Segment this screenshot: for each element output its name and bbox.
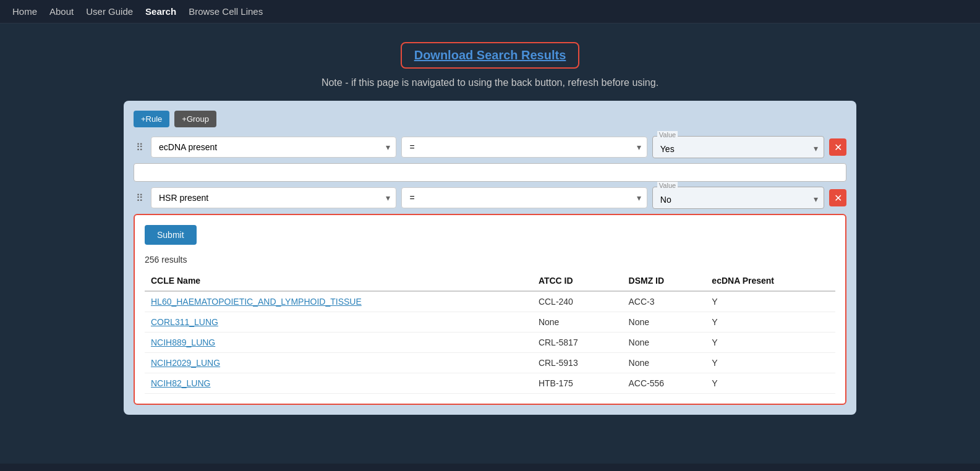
cell-dsmz-id: None	[623, 333, 706, 353]
col-header-atcc-id: ATCC ID	[532, 271, 623, 291]
rule-row-1: ⠿ ecDNA present HSR present = != > < Val…	[134, 136, 846, 158]
value-label-1: Value	[657, 131, 678, 138]
field-select-1[interactable]: ecDNA present HSR present	[151, 137, 396, 158]
ccle-name-link[interactable]: NCIH82_LUNG	[151, 378, 210, 388]
add-rule-button[interactable]: +Rule	[134, 111, 169, 127]
table-row: NCIH889_LUNGCRL-5817NoneY	[145, 333, 835, 353]
ccle-name-link[interactable]: NCIH2029_LUNG	[151, 358, 220, 368]
add-group-button[interactable]: +Group	[174, 111, 216, 127]
cell-atcc-id: CRL-5913	[532, 353, 623, 373]
operator-select-wrapper-2: = != > <	[401, 187, 647, 208]
cell-ccle-name: CORL311_LUNG	[145, 312, 532, 333]
cell-ccle-name: NCIH889_LUNG	[145, 333, 532, 353]
table-row: CORL311_LUNGNoneNoneY	[145, 312, 835, 333]
submit-button[interactable]: Submit	[145, 225, 197, 245]
ccle-name-link[interactable]: CORL311_LUNG	[151, 317, 218, 327]
expand-icon[interactable]: ∨	[832, 168, 838, 177]
table-header-row: CCLE Name ATCC ID DSMZ ID ecDNA Present	[145, 271, 835, 291]
cell-ecdna-present: Y	[705, 353, 835, 373]
drag-handle-icon-1[interactable]: ⠿	[134, 142, 146, 153]
or-connector-row: OR ∨	[134, 163, 846, 182]
nav-user-guide[interactable]: User Guide	[86, 6, 133, 17]
value-select-wrapper-1: Value Yes No	[652, 136, 824, 158]
cell-ecdna-present: Y	[705, 373, 835, 394]
download-search-results-link[interactable]: Download Search Results	[414, 48, 566, 62]
cell-dsmz-id: None	[623, 353, 706, 373]
value-select-1[interactable]: Yes No	[652, 136, 824, 158]
cell-atcc-id: CRL-5817	[532, 333, 623, 353]
cell-dsmz-id: None	[623, 312, 706, 333]
cell-ecdna-present: Y	[705, 333, 835, 353]
nav-about[interactable]: About	[49, 6, 74, 17]
field-select-2[interactable]: HSR present ecDNA present	[151, 187, 396, 208]
cell-atcc-id: CCL-240	[532, 291, 623, 312]
note-text: Note - if this page is navigated to usin…	[25, 77, 955, 88]
cell-ecdna-present: Y	[705, 291, 835, 312]
delete-rule-2-button[interactable]: ✕	[829, 189, 846, 206]
field-select-wrapper-2: HSR present ecDNA present	[151, 187, 396, 208]
ccle-name-link[interactable]: NCIH889_LUNG	[151, 337, 215, 347]
cell-ccle-name: NCIH2029_LUNG	[145, 353, 532, 373]
ccle-name-link[interactable]: HL60_HAEMATOPOIETIC_AND_LYMPHOID_TISSUE	[151, 297, 362, 307]
value-select-wrapper-2: Value No Yes	[652, 187, 824, 209]
query-builder-header: +Rule +Group	[134, 111, 846, 127]
col-header-ecdna-present: ecDNA Present	[705, 271, 835, 291]
navbar: Home About User Guide Search Browse Cell…	[0, 0, 980, 23]
rule-row-2: ⠿ HSR present ecDNA present = != > < Val…	[134, 187, 846, 209]
cell-atcc-id: None	[532, 312, 623, 333]
download-area: Download Search Results	[25, 42, 955, 69]
table-row: NCIH2029_LUNGCRL-5913NoneY	[145, 353, 835, 373]
nav-home[interactable]: Home	[12, 6, 37, 17]
cell-ecdna-present: Y	[705, 312, 835, 333]
delete-rule-1-button[interactable]: ✕	[829, 138, 846, 156]
field-select-wrapper-1: ecDNA present HSR present	[151, 137, 396, 158]
drag-handle-icon-2[interactable]: ⠿	[134, 192, 146, 204]
table-row: HL60_HAEMATOPOIETIC_AND_LYMPHOID_TISSUEC…	[145, 291, 835, 312]
operator-select-wrapper-1: = != > <	[401, 137, 647, 158]
operator-select-2[interactable]: = != > <	[401, 187, 647, 208]
or-label: OR	[142, 168, 155, 177]
value-label-2: Value	[657, 182, 678, 189]
main-content: Download Search Results Note - if this p…	[0, 23, 980, 464]
col-header-dsmz-id: DSMZ ID	[623, 271, 706, 291]
results-table: CCLE Name ATCC ID DSMZ ID ecDNA Present …	[145, 271, 835, 394]
nav-browse-cell-lines[interactable]: Browse Cell Lines	[189, 6, 263, 17]
results-count: 256 results	[145, 255, 835, 265]
query-builder-container: +Rule +Group ⠿ ecDNA present HSR present…	[124, 101, 856, 415]
operator-select-1[interactable]: = != > <	[401, 137, 647, 158]
table-row: NCIH82_LUNGHTB-175ACC-556Y	[145, 373, 835, 394]
results-area: Submit 256 results CCLE Name ATCC ID DSM…	[134, 214, 846, 405]
col-header-ccle-name: CCLE Name	[145, 271, 532, 291]
value-select-2[interactable]: No Yes	[652, 187, 824, 209]
nav-search[interactable]: Search	[145, 6, 176, 17]
cell-ccle-name: NCIH82_LUNG	[145, 373, 532, 394]
download-link-border: Download Search Results	[401, 42, 580, 69]
cell-atcc-id: HTB-175	[532, 373, 623, 394]
cell-dsmz-id: ACC-556	[623, 373, 706, 394]
cell-ccle-name: HL60_HAEMATOPOIETIC_AND_LYMPHOID_TISSUE	[145, 291, 532, 312]
cell-dsmz-id: ACC-3	[623, 291, 706, 312]
